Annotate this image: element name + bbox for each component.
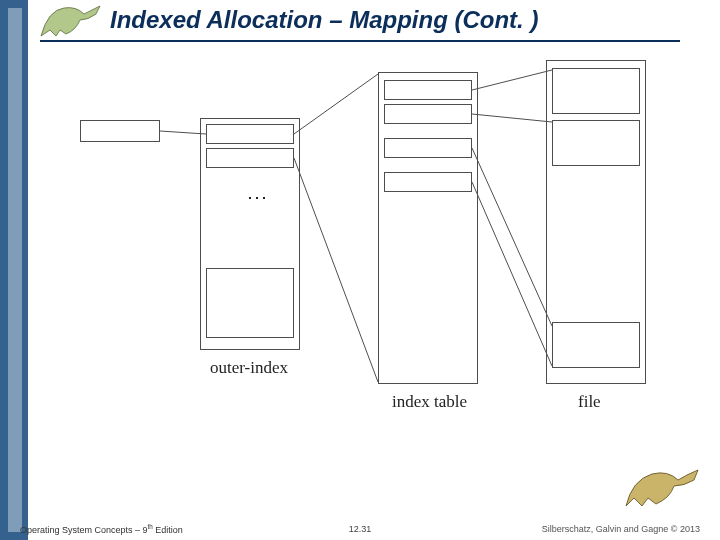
dinosaur-icon	[622, 462, 700, 510]
svg-line-5	[472, 148, 552, 326]
diagram-connectors	[50, 60, 690, 480]
svg-line-3	[472, 70, 552, 90]
slide-accent-stripe-inner	[8, 8, 22, 532]
slide-title-underline	[40, 40, 680, 42]
slide-accent-stripe	[0, 0, 28, 540]
footer-page-number: 12.31	[349, 524, 372, 534]
svg-line-0	[160, 131, 206, 134]
footer-left-prefix: Operating System Concepts – 9	[20, 525, 148, 535]
slide-footer: Operating System Concepts – 9th Edition …	[0, 518, 720, 540]
footer-right: Silberschatz, Galvin and Gagne © 2013	[542, 524, 700, 534]
svg-line-1	[294, 74, 378, 134]
footer-left: Operating System Concepts – 9th Edition	[20, 523, 183, 535]
slide-title: Indexed Allocation – Mapping (Cont. )	[110, 6, 700, 34]
footer-left-suffix: Edition	[153, 525, 183, 535]
slide-title-row: Indexed Allocation – Mapping (Cont. )	[40, 6, 700, 34]
diagram-canvas: ⋮ outer-index index table file	[50, 60, 690, 480]
svg-line-4	[472, 114, 552, 122]
svg-line-6	[472, 182, 552, 366]
svg-line-2	[294, 158, 378, 382]
